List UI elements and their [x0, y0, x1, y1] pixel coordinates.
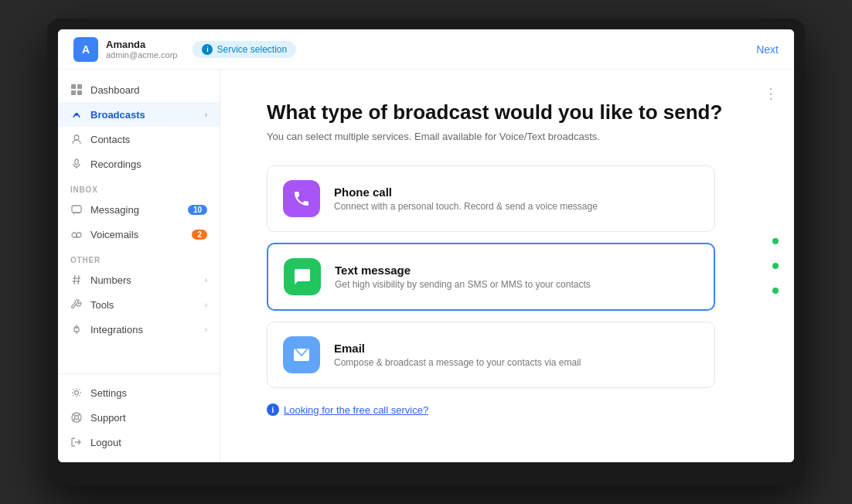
other-section-label: OTHER [58, 247, 220, 267]
messaging-badge: 10 [188, 205, 207, 215]
user-info: A Amanda admin@acme.corp [73, 37, 177, 62]
sidebar-item-tools[interactable]: Tools › [58, 292, 220, 317]
email-name: Email [334, 342, 581, 355]
voicemails-badge: 2 [192, 230, 207, 240]
email-desc: Compose & broadcast a message to your co… [334, 357, 581, 368]
breadcrumb-badge[interactable]: i Service selection [193, 41, 296, 58]
laptop-frame: A Amanda admin@acme.corp i Service selec… [47, 19, 805, 485]
avatar: A [73, 37, 98, 62]
svg-rect-17 [74, 328, 79, 332]
main-content: What type of broadcast would you like to… [220, 70, 794, 462]
sidebar-label-settings: Settings [90, 387, 127, 399]
phone-call-info: Phone call Connect with a personal touch… [334, 186, 598, 212]
sidebar: Dashboard Broadcasts › [58, 70, 220, 462]
svg-point-9 [72, 233, 77, 237]
broadcast-icon [70, 108, 83, 121]
chevron-right-icon: › [205, 111, 207, 119]
inbox-section-label: INBOX [58, 176, 220, 197]
text-message-icon [284, 258, 321, 295]
page-title: What type of broadcast would you like to… [267, 100, 748, 124]
sidebar-label-integrations: Integrations [90, 324, 143, 335]
chevron-numbers-icon: › [205, 276, 207, 284]
email-icon [283, 336, 320, 373]
service-card-email[interactable]: Email Compose & broadcast a message to y… [267, 322, 715, 388]
sidebar-item-contacts[interactable]: Contacts [58, 127, 220, 152]
top-bar: A Amanda admin@acme.corp i Service selec… [58, 29, 794, 70]
text-message-name: Text message [335, 264, 591, 277]
svg-point-23 [75, 416, 79, 420]
service-card-phone-call[interactable]: Phone call Connect with a personal touch… [267, 165, 715, 232]
plug-icon [70, 323, 83, 335]
sidebar-label-tools: Tools [90, 299, 114, 311]
svg-point-5 [74, 135, 79, 140]
grid-icon [70, 83, 83, 96]
free-call-label: Looking for the free call service? [284, 404, 428, 416]
voicemail-icon [70, 228, 83, 240]
message-icon [70, 203, 83, 216]
right-dots [772, 238, 779, 294]
sidebar-label-logout: Logout [90, 437, 121, 448]
mic-icon [70, 158, 83, 170]
free-call-link[interactable]: i Looking for the free call service? [267, 404, 748, 416]
sidebar-item-numbers[interactable]: Numbers › [58, 267, 220, 292]
hash-icon [70, 274, 83, 286]
dot-2 [772, 263, 779, 269]
svg-rect-2 [71, 90, 76, 95]
svg-point-10 [77, 233, 81, 237]
chevron-integrations-icon: › [205, 325, 207, 334]
service-card-text-message[interactable]: Text message Get high visibility by send… [267, 243, 715, 311]
logout-icon [70, 436, 83, 448]
sidebar-item-integrations[interactable]: Integrations › [58, 317, 220, 342]
sidebar-label-numbers: Numbers [90, 274, 131, 286]
phone-call-icon [283, 180, 320, 217]
text-message-desc: Get high visibility by sending an SMS or… [335, 279, 591, 290]
phone-call-desc: Connect with a personal touch. Record & … [334, 201, 598, 212]
tool-icon [70, 298, 83, 311]
chevron-tools-icon: › [205, 301, 207, 309]
sidebar-item-support[interactable]: Support [58, 405, 220, 430]
sidebar-item-settings[interactable]: Settings [58, 380, 220, 405]
svg-point-21 [75, 391, 79, 395]
sidebar-item-recordings[interactable]: Recordings [58, 152, 220, 176]
page-subtitle: You can select multiple services. Email … [267, 131, 748, 142]
email-info: Email Compose & broadcast a message to y… [334, 342, 581, 368]
sidebar-item-messaging[interactable]: Messaging 10 [58, 197, 220, 222]
free-call-info-icon: i [267, 404, 279, 416]
sidebar-label-messaging: Messaging [90, 204, 139, 216]
svg-rect-1 [77, 84, 82, 89]
contacts-icon [70, 133, 83, 145]
dot-3 [772, 288, 779, 294]
sidebar-item-logout[interactable]: Logout [58, 430, 220, 455]
settings-icon [70, 387, 83, 399]
sidebar-item-dashboard[interactable]: Dashboard [58, 77, 220, 102]
app-body: Dashboard Broadcasts › [58, 70, 794, 462]
breadcrumb-label: Service selection [216, 44, 287, 55]
svg-rect-0 [71, 84, 76, 89]
support-icon [70, 411, 83, 424]
user-email: admin@acme.corp [106, 50, 177, 60]
phone-call-name: Phone call [334, 186, 598, 199]
text-message-info: Text message Get high visibility by send… [335, 264, 591, 290]
svg-rect-6 [75, 159, 78, 165]
dot-1 [772, 238, 779, 244]
sidebar-label-support: Support [90, 412, 126, 424]
next-button[interactable]: Next [756, 43, 779, 56]
sidebar-item-voicemails[interactable]: Voicemails 2 [58, 222, 220, 247]
sidebar-label-recordings: Recordings [90, 158, 141, 170]
svg-rect-8 [72, 206, 81, 213]
info-icon: i [202, 44, 213, 55]
svg-line-13 [78, 275, 79, 284]
sidebar-item-broadcasts[interactable]: Broadcasts › [58, 102, 220, 127]
user-name: Amanda [106, 39, 177, 50]
more-options-icon[interactable]: ⋮ [764, 85, 779, 102]
sidebar-label-voicemails: Voicemails [90, 229, 138, 240]
user-details: Amanda admin@acme.corp [106, 39, 177, 60]
sidebar-label-broadcasts: Broadcasts [90, 109, 145, 121]
breadcrumb-area: i Service selection [193, 41, 296, 58]
sidebar-label-contacts: Contacts [90, 134, 130, 145]
svg-rect-3 [77, 90, 82, 95]
sidebar-label-dashboard: Dashboard [90, 84, 140, 96]
svg-line-12 [74, 275, 75, 284]
sidebar-bottom: Settings [58, 373, 220, 455]
screen: A Amanda admin@acme.corp i Service selec… [58, 29, 794, 462]
